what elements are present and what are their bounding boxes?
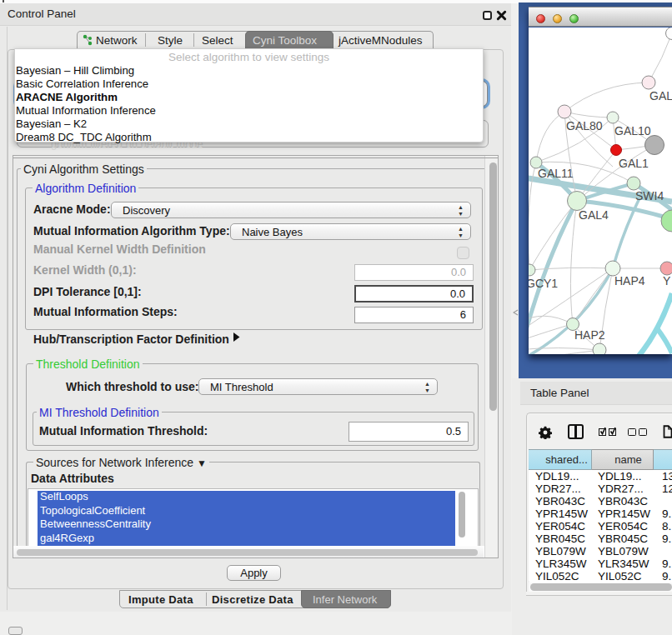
svg-text:GAL11: GAL11	[538, 167, 574, 180]
svg-text:HAP2: HAP2	[574, 328, 605, 342]
svg-text:GAL80: GAL80	[566, 119, 603, 132]
svg-text:GAL4: GAL4	[579, 208, 609, 222]
svg-text:GAL1: GAL1	[619, 157, 649, 170]
svg-text:HAP4: HAP4	[614, 274, 645, 288]
svg-text:GCY1: GCY1	[529, 277, 558, 290]
svg-text:SWI4: SWI4	[635, 189, 664, 202]
svg-text:Y: Y	[663, 274, 671, 288]
svg-text:GAL10: GAL10	[614, 124, 651, 138]
svg-text:GAL: GAL	[649, 89, 672, 102]
